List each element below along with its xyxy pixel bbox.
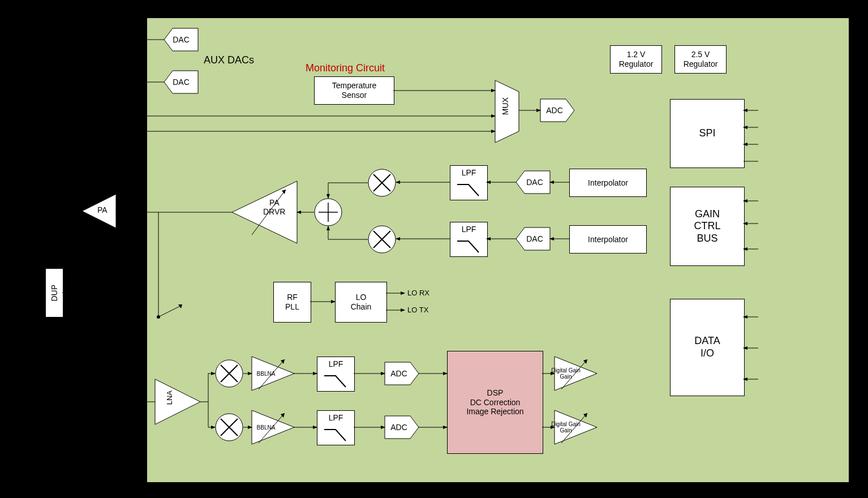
connection-lines (0, 0, 868, 498)
svg-line-73 (158, 306, 181, 317)
